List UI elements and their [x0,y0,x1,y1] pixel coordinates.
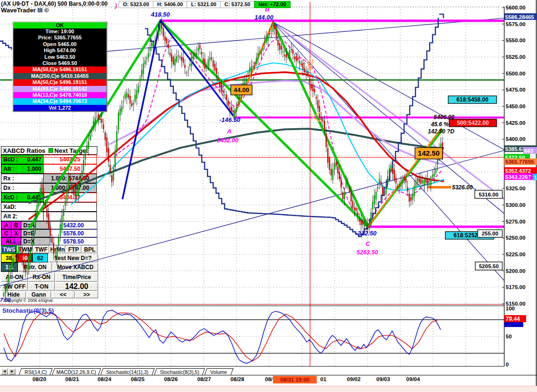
boxed-label [475,262,502,270]
price-tag-text: 1 [534,175,537,180]
date-tick-08-26: 08/26 [164,376,178,382]
point-cell-C[interactable]: C [1,229,11,237]
fib-cell-38[interactable]: 38 [1,253,17,262]
ratios-tab-TWM[interactable]: TWM [17,245,33,253]
stoch-fast-value-tag [504,321,523,327]
tab-scroll-left-button[interactable]: ◄ [1,368,8,375]
panel-button--[interactable]: << [51,291,75,299]
ratio-label-1: Alt :1.000 [1,164,44,174]
data-window-row-3: High 5474.00 [13,47,106,54]
date-tick-08-20: 08/20 [33,376,47,382]
annotation-text: -146.50 [219,116,241,123]
panel-button-1-1[interactable]: 1:1 [1,262,18,272]
price-tag-text: 5352.4372 [505,168,531,174]
annotation-text: 144.00 [254,14,274,21]
ma-line-MA(13,C)e [114,37,442,222]
bottom-strip [0,386,537,392]
point-cell-all[interactable]: ALL [1,237,21,245]
data-window-volume: Vol 1,272 [13,105,106,111]
price-tick: 5300.00 [506,202,526,208]
annotation-text: 142.50 ?D [428,128,454,135]
panel-button-retr-on[interactable]: Retr. ON [18,262,52,272]
quote-segment-h: H: 5406.00 [153,1,187,8]
price-tag [504,145,537,152]
ratios-tab-HrMn[interactable]: HrMn [49,245,66,253]
boxed-label-text: 142.50 [418,149,440,157]
data-window-ma-row-2: MA(50,C)e 5496.19151 [13,79,106,85]
ratios-header: XABCD RatiosNext Target [1,146,97,155]
boxed-label-text: 44.00 [234,86,249,93]
price-tick: 5225.00 [506,252,526,257]
price-tick: 5525.00 [506,54,526,60]
ma-line-MA(34,C)e [71,63,444,204]
indicator-tab-macd-12-26-9-c-[interactable]: MACD(12,26,9,C) [52,368,101,375]
ratios-tab-BPL[interactable]: BPL [82,245,98,253]
indicator-tab-rsi-14-c-[interactable]: RSI(14,C) [19,368,52,375]
price-tick: 5250.00 [506,235,526,241]
ratios-tab-FTP[interactable]: FTP [66,245,82,253]
annotation-text: C [366,240,370,247]
annotation-text: ) [114,2,117,9]
indicator-tabs-row: ◄►RSI(14,C)MACD(12,26,9,C)Stochastic(14(… [0,368,537,375]
tab-baseline [0,375,537,375]
panel-button-gann[interactable]: Gann [26,291,51,299]
date-tick-08-27: 08/27 [198,376,211,382]
ratios-tab-TWF[interactable]: TWF [33,245,49,253]
annotation-text: 418.50 [151,11,170,18]
data-window-row-4: Low 5463.50 [13,54,106,60]
test-new-d-button[interactable]: Test New D=? [48,253,98,262]
annotation-text: 5432.00 [217,137,238,144]
panel-button-142-00[interactable]: 142.00 [55,282,98,291]
quote-segment-l: L: 5321.00 [187,1,220,8]
panel-button-t-on[interactable]: T-ON [28,282,55,291]
stochastic-pane-label: Stochastic(8(3),5) [2,307,54,314]
date-tick-08-25: 08/25 [131,376,145,382]
data-window-ma-row-3: MA(89,C)e 5480.85142 [13,86,106,92]
ratio-label-3: Dx : [1,183,44,193]
data-window-ma-row-1: MA(250,C)e 5410.16455 [13,73,106,79]
point-cell-X[interactable]: X [11,229,21,237]
indicator-tab-volume[interactable]: Volume [204,368,233,375]
stoch-slow-line [4,313,439,361]
ma-line-MA(89,C)e [109,81,444,165]
panel-button-all-on[interactable]: All-ON [1,272,28,282]
ratios-tab-TWS[interactable]: TWS [1,245,17,253]
price-tick: 5275.00 [506,219,526,224]
next-target-label: Next Target [55,147,88,154]
tab-scroll-right-button[interactable]: ► [9,368,16,375]
panel-button-time-price[interactable]: Time/Price [55,272,98,282]
copyright-text: Copyright © 2006 eSignal. [4,298,54,303]
indicator-tab-stochastic-14-1-3-[interactable]: Stochastic(14(1),3) [100,368,154,375]
point-cell-A[interactable]: A [1,221,11,229]
point-cell-B[interactable]: B [11,221,21,229]
data-window: OKTime: 19:00Price: 5365.77655Open 5465.… [12,21,107,112]
indicator-tab-stochastic-8-3-5-[interactable]: Stochastic(8(3),5) [154,368,205,375]
xabcd-ratios-panel: XABCD RatiosNext TargetBcD :0.4475403.25… [1,146,98,299]
panel-button-sw-off[interactable]: SW OFF [1,282,28,291]
d-label-0: D=A [21,221,50,229]
d-value-2: 5578.50 [50,237,97,245]
price-tag [504,154,530,160]
date-tick-09-04: 09/04 [406,376,420,382]
ratio-value-4: 5404.37 [43,193,97,202]
fib-cell-62[interactable]: 62 [32,253,48,262]
date-tick-08-: 08/ [265,376,273,382]
ratio-value-1: 5407.50 [43,164,97,174]
date-tick-08-24: 08/24 [98,376,112,382]
stoch-fast-line [4,310,441,364]
price-tag [504,173,533,180]
panel-button-move-xabcd[interactable]: Move XABCD [52,262,98,272]
fib-cell-50[interactable]: 50 [17,253,32,262]
stoch-tick: 50 [506,334,512,339]
panel-button--[interactable]: >> [75,291,98,299]
data-window-row-0: Time: 19:00 [13,28,106,35]
stochastic-pane [0,306,504,366]
quote-net-badge: Net: +72.00 [254,1,290,8]
quote-strip: O: 5323.00H: 5406.00L: 5321.00C: 5372.50… [119,1,291,8]
panel-button-rx-on[interactable]: Rx-ON [28,272,55,282]
data-window-row-1: Price: 5365.77655 [13,35,106,41]
orange-arrow-marker [307,59,313,72]
price-tag-text: 5372.50 [505,155,525,160]
price-axis: 5600.005575.005550.005525.005500.005475.… [502,0,537,392]
boxed-label [448,96,497,103]
